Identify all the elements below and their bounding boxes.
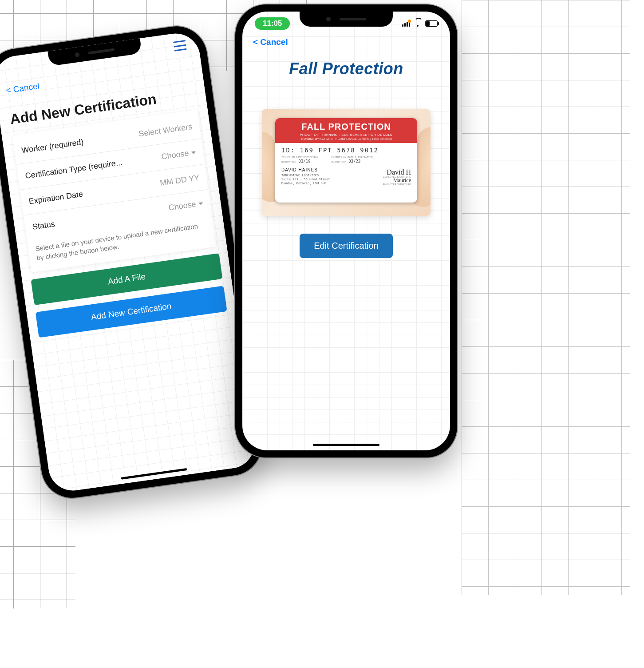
card-id-value: 169 FPT 5678 9012	[300, 147, 379, 154]
expires-value: MONTH/YEAR 03/22	[332, 159, 373, 163]
employer-signature-label: EMPLOYER SIGNATURE	[383, 183, 411, 186]
phone-mockup-view-certification: 11:05 < Cancel Fall Protection FALL PROT…	[235, 4, 457, 457]
chevron-down-icon	[198, 202, 203, 205]
battery-icon	[425, 20, 438, 27]
menu-icon[interactable]	[173, 40, 187, 52]
cert-type-value: Choose	[161, 147, 196, 162]
employer-signature: Maurice	[383, 178, 411, 183]
device-notch	[300, 12, 393, 27]
phone-mockup-add-certification: < Cancel Add New Certification Worker (r…	[0, 22, 266, 502]
recording-indicator-icon	[408, 20, 411, 23]
cardholder-addr2: Dundas, Ontario, L9H 3H8	[281, 182, 330, 186]
cardholder-company: TOUCHSTONE LOGISTICS	[281, 174, 330, 178]
cancel-link[interactable]: < Cancel	[5, 81, 40, 95]
decorative-grid	[462, 0, 630, 595]
card-trainer-line: TRAINING BY: GO SAFETY COMPLIANCE CENTRE…	[277, 137, 415, 140]
expiration-value: MM DD YY	[159, 173, 200, 188]
wifi-icon	[414, 20, 422, 27]
status-time: 11:05	[255, 17, 290, 30]
status-label: Status	[32, 219, 55, 232]
home-indicator	[313, 444, 379, 446]
expiration-label: Expiration Date	[28, 190, 84, 207]
cardholder-name: DAVID HAINES	[281, 167, 330, 173]
status-value: Choose	[168, 199, 204, 213]
cardholder-addr1: Suite 401 - 55 Head Street	[281, 178, 330, 182]
card-heading: FALL PROTECTION	[277, 122, 415, 132]
issued-value: MONTH/YEAR 03/19	[281, 159, 318, 163]
card-subheading: PROOF OF TRAINING - SEE REVERSE FOR DETA…	[277, 133, 415, 137]
form-card: Worker (required) Select Workers Certifi…	[12, 110, 216, 272]
edit-certification-button[interactable]: Edit Certification	[300, 234, 393, 258]
certification-photo: FALL PROTECTION PROOF OF TRAINING - SEE …	[262, 109, 431, 216]
page-title: Fall Protection	[253, 60, 439, 78]
card-id-label: ID:	[281, 147, 295, 154]
worker-value: Select Workers	[138, 122, 193, 139]
employee-signature: David H	[383, 169, 411, 175]
worker-label: Worker (required)	[21, 137, 84, 155]
id-card: FALL PROTECTION PROOF OF TRAINING - SEE …	[275, 118, 417, 203]
chevron-down-icon	[191, 151, 196, 154]
cancel-link[interactable]: < Cancel	[253, 37, 288, 47]
